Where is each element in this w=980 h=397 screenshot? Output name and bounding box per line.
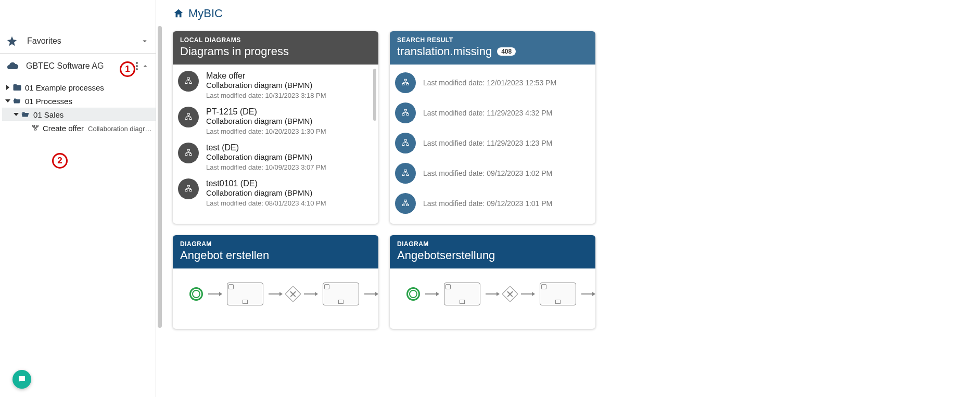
count-badge: 408 [497,47,516,56]
card-diagram-angebot-erstellen[interactable]: DIAGRAM Angebot erstellen [173,235,378,329]
bpmn-task-icon [540,283,576,305]
list-item[interactable]: Last modified date: 11/29/2023 4:32 PM [395,98,590,128]
list-item[interactable]: test0101 (DE) Collaboration diagram (BPM… [178,175,373,211]
sidebar-favorites[interactable]: Favorites [0,29,156,54]
diagram-preview [173,268,378,326]
diagram-icon [395,103,416,123]
card-body: Last modified date: 12/01/2023 12:53 PM … [390,65,595,222]
bpmn-start-event-icon [189,287,203,301]
diagram-icon [395,133,416,153]
diagram-icon [178,143,199,163]
caret-down-icon [5,98,10,104]
list-text: test0101 (DE) Collaboration diagram (BPM… [206,178,326,207]
bpmn-task-icon [323,283,359,305]
diagram-icon [178,178,199,199]
home-icon [173,8,184,19]
card-title: Angebot erstellen [180,249,371,262]
card-search-result: SEARCH RESULT translation.missing 408 La… [390,31,595,224]
arrow-icon [521,293,534,294]
arrow-icon [364,293,378,294]
caret-down-icon [14,112,19,117]
arrow-icon [269,293,282,294]
list-item[interactable]: Last modified date: 09/12/2023 1:01 PM [395,188,590,219]
chevron-down-icon [140,36,149,46]
item-meta: Last modified date: 09/12/2023 1:01 PM [423,199,552,208]
list-text: PT-1215 (DE) Collaboration diagram (BPMN… [206,107,326,135]
card-body: Make offer Collaboration diagram (BPMN) … [173,65,378,222]
card-header: LOCAL DIAGRAMS Diagrams in progress [173,31,378,65]
arrow-icon [581,293,595,294]
tree-label: 01 Sales [33,110,63,119]
item-meta: Last modified date: 11/29/2023 4:32 PM [423,109,552,117]
card-diagram-angebotserstellung[interactable]: DIAGRAM Angebotserstellung [390,235,595,329]
list-item[interactable]: Last modified date: 09/12/2023 1:02 PM [395,158,590,188]
cloud-icon [6,60,19,72]
list-item[interactable]: PT-1215 (DE) Collaboration diagram (BPMN… [178,104,373,139]
card-header: DIAGRAM Angebotserstellung [390,235,595,268]
card-header: SEARCH RESULT translation.missing 408 [390,31,595,65]
more-icon[interactable] [136,62,138,70]
tree-node-processes[interactable]: 01 Processes [2,94,156,108]
bpmn-task-icon [444,283,480,305]
annotation-1: 1 [120,61,135,77]
bpmn-task-icon [227,283,263,305]
sidebar: Favorites GBTEC Software AG 01 Example p… [0,0,156,397]
list-item[interactable]: test (DE) Collaboration diagram (BPMN) L… [178,139,373,175]
item-meta: Last modified date: 12/01/2023 12:53 PM [423,79,556,87]
sidebar-scrollbar[interactable] [158,26,162,328]
folder-open-icon [12,96,22,106]
list-item[interactable]: Last modified date: 11/29/2023 1:23 PM [395,128,590,158]
card-sup: LOCAL DIAGRAMS [180,36,371,44]
star-icon [6,35,18,47]
tree-label: 01 Example processes [25,83,104,92]
card-title: Diagrams in progress [180,45,371,58]
diagram-icon [395,72,416,93]
card-header: DIAGRAM Angebot erstellen [173,235,378,268]
tree-node-create-offer[interactable]: Create offer Collaboration diagr… [2,121,156,135]
annotation-2: 2 [52,153,68,169]
list-text: Make offer Collaboration diagram (BPMN) … [206,71,326,99]
card-local-diagrams: LOCAL DIAGRAMS Diagrams in progress Make… [173,31,378,224]
tree-node-example-processes[interactable]: 01 Example processes [2,81,156,94]
page-title: MyBIC [188,7,223,20]
bpmn-gateway-icon [285,286,301,302]
hierarchy-icon [31,124,40,132]
bpmn-start-event-icon [406,287,420,301]
chevron-up-icon [141,62,149,70]
folder-open-icon [21,110,30,119]
list-text: test (DE) Collaboration diagram (BPMN) L… [206,143,326,171]
breadcrumb[interactable]: MyBIC [173,4,970,23]
help-icon [17,375,27,384]
arrow-icon [486,293,499,294]
arrow-icon [304,293,317,294]
card-title: translation.missing 408 [397,45,588,58]
diagram-preview [390,268,595,326]
arrow-icon [208,293,222,294]
item-meta: Last modified date: 11/29/2023 1:23 PM [423,139,552,147]
favorites-label: Favorites [27,36,140,46]
folder-icon [12,83,22,92]
tree-label: 01 Processes [25,97,72,106]
tree-node-sales[interactable]: 01 Sales [2,108,156,121]
arrow-icon [425,293,439,294]
diagram-icon [178,71,199,92]
bpmn-gateway-icon [502,286,518,302]
help-fab[interactable] [12,370,31,389]
card-sup: DIAGRAM [180,240,371,248]
sidebar-tree: 01 Example processes 01 Processes 01 Sal… [0,79,156,135]
main-area: MyBIC LOCAL DIAGRAMS Diagrams in progres… [162,0,980,397]
card-scrollbar[interactable] [373,69,376,121]
diagram-icon [178,107,199,127]
diagram-icon [395,163,416,184]
card-sup: DIAGRAM [397,240,588,248]
card-sup: SEARCH RESULT [397,36,588,44]
card-title: Angebotserstellung [397,249,588,262]
tree-label: Create offer Collaboration diagr… [43,124,151,133]
caret-right-icon [5,85,10,90]
diagram-icon [395,193,416,214]
list-item[interactable]: Make offer Collaboration diagram (BPMN) … [178,68,373,104]
item-meta: Last modified date: 09/12/2023 1:02 PM [423,169,552,177]
list-item[interactable]: Last modified date: 12/01/2023 12:53 PM [395,68,590,98]
